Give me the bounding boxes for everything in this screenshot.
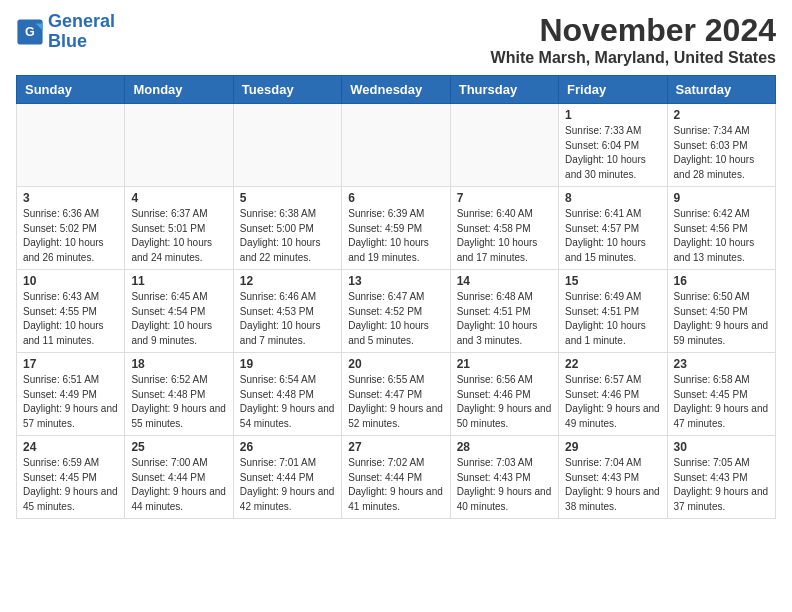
calendar-cell: 17Sunrise: 6:51 AM Sunset: 4:49 PM Dayli… [17,353,125,436]
day-number: 7 [457,191,552,205]
calendar-cell: 2Sunrise: 7:34 AM Sunset: 6:03 PM Daylig… [667,104,775,187]
calendar-wrapper: Sunday Monday Tuesday Wednesday Thursday… [0,75,792,527]
day-number: 16 [674,274,769,288]
day-info: Sunrise: 6:48 AM Sunset: 4:51 PM Dayligh… [457,290,552,348]
day-info: Sunrise: 6:54 AM Sunset: 4:48 PM Dayligh… [240,373,335,431]
calendar-cell: 26Sunrise: 7:01 AM Sunset: 4:44 PM Dayli… [233,436,341,519]
day-info: Sunrise: 6:38 AM Sunset: 5:00 PM Dayligh… [240,207,335,265]
day-number: 18 [131,357,226,371]
header: G General Blue November 2024 White Marsh… [0,0,792,75]
day-info: Sunrise: 6:56 AM Sunset: 4:46 PM Dayligh… [457,373,552,431]
day-info: Sunrise: 6:49 AM Sunset: 4:51 PM Dayligh… [565,290,660,348]
logo-line2: Blue [48,31,87,51]
day-info: Sunrise: 7:03 AM Sunset: 4:43 PM Dayligh… [457,456,552,514]
calendar-cell: 18Sunrise: 6:52 AM Sunset: 4:48 PM Dayli… [125,353,233,436]
day-info: Sunrise: 6:45 AM Sunset: 4:54 PM Dayligh… [131,290,226,348]
day-info: Sunrise: 7:02 AM Sunset: 4:44 PM Dayligh… [348,456,443,514]
day-info: Sunrise: 6:59 AM Sunset: 4:45 PM Dayligh… [23,456,118,514]
day-number: 24 [23,440,118,454]
day-number: 10 [23,274,118,288]
title-area: November 2024 White Marsh, Maryland, Uni… [491,12,776,67]
calendar-week-1: 1Sunrise: 7:33 AM Sunset: 6:04 PM Daylig… [17,104,776,187]
day-number: 19 [240,357,335,371]
calendar-cell: 16Sunrise: 6:50 AM Sunset: 4:50 PM Dayli… [667,270,775,353]
day-number: 3 [23,191,118,205]
calendar-cell: 27Sunrise: 7:02 AM Sunset: 4:44 PM Dayli… [342,436,450,519]
day-number: 1 [565,108,660,122]
location-title: White Marsh, Maryland, United States [491,49,776,67]
calendar-cell: 19Sunrise: 6:54 AM Sunset: 4:48 PM Dayli… [233,353,341,436]
day-number: 23 [674,357,769,371]
calendar-cell: 11Sunrise: 6:45 AM Sunset: 4:54 PM Dayli… [125,270,233,353]
day-info: Sunrise: 6:50 AM Sunset: 4:50 PM Dayligh… [674,290,769,348]
calendar-week-2: 3Sunrise: 6:36 AM Sunset: 5:02 PM Daylig… [17,187,776,270]
calendar-cell: 1Sunrise: 7:33 AM Sunset: 6:04 PM Daylig… [559,104,667,187]
calendar-week-4: 17Sunrise: 6:51 AM Sunset: 4:49 PM Dayli… [17,353,776,436]
calendar-cell: 15Sunrise: 6:49 AM Sunset: 4:51 PM Dayli… [559,270,667,353]
day-info: Sunrise: 6:40 AM Sunset: 4:58 PM Dayligh… [457,207,552,265]
calendar-cell: 25Sunrise: 7:00 AM Sunset: 4:44 PM Dayli… [125,436,233,519]
col-friday: Friday [559,76,667,104]
day-number: 22 [565,357,660,371]
calendar-cell: 4Sunrise: 6:37 AM Sunset: 5:01 PM Daylig… [125,187,233,270]
calendar-cell: 30Sunrise: 7:05 AM Sunset: 4:43 PM Dayli… [667,436,775,519]
day-info: Sunrise: 7:34 AM Sunset: 6:03 PM Dayligh… [674,124,769,182]
day-number: 13 [348,274,443,288]
day-number: 12 [240,274,335,288]
logo-icon: G [16,18,44,46]
calendar-cell [233,104,341,187]
day-number: 2 [674,108,769,122]
day-number: 28 [457,440,552,454]
day-info: Sunrise: 6:43 AM Sunset: 4:55 PM Dayligh… [23,290,118,348]
calendar-cell: 9Sunrise: 6:42 AM Sunset: 4:56 PM Daylig… [667,187,775,270]
calendar-cell: 21Sunrise: 6:56 AM Sunset: 4:46 PM Dayli… [450,353,558,436]
calendar-cell: 5Sunrise: 6:38 AM Sunset: 5:00 PM Daylig… [233,187,341,270]
col-wednesday: Wednesday [342,76,450,104]
calendar-week-5: 24Sunrise: 6:59 AM Sunset: 4:45 PM Dayli… [17,436,776,519]
day-number: 21 [457,357,552,371]
day-info: Sunrise: 6:42 AM Sunset: 4:56 PM Dayligh… [674,207,769,265]
logo: G General Blue [16,12,115,52]
logo-line1: General [48,11,115,31]
calendar-cell: 3Sunrise: 6:36 AM Sunset: 5:02 PM Daylig… [17,187,125,270]
calendar-cell: 14Sunrise: 6:48 AM Sunset: 4:51 PM Dayli… [450,270,558,353]
day-number: 8 [565,191,660,205]
day-info: Sunrise: 6:47 AM Sunset: 4:52 PM Dayligh… [348,290,443,348]
day-number: 11 [131,274,226,288]
day-number: 6 [348,191,443,205]
day-number: 26 [240,440,335,454]
day-number: 4 [131,191,226,205]
month-title: November 2024 [491,12,776,49]
day-info: Sunrise: 7:33 AM Sunset: 6:04 PM Dayligh… [565,124,660,182]
day-info: Sunrise: 6:39 AM Sunset: 4:59 PM Dayligh… [348,207,443,265]
calendar-cell [125,104,233,187]
day-info: Sunrise: 6:52 AM Sunset: 4:48 PM Dayligh… [131,373,226,431]
calendar-cell [450,104,558,187]
calendar-cell: 10Sunrise: 6:43 AM Sunset: 4:55 PM Dayli… [17,270,125,353]
day-info: Sunrise: 6:36 AM Sunset: 5:02 PM Dayligh… [23,207,118,265]
day-info: Sunrise: 6:37 AM Sunset: 5:01 PM Dayligh… [131,207,226,265]
calendar-cell: 6Sunrise: 6:39 AM Sunset: 4:59 PM Daylig… [342,187,450,270]
calendar-cell: 29Sunrise: 7:04 AM Sunset: 4:43 PM Dayli… [559,436,667,519]
day-number: 25 [131,440,226,454]
day-info: Sunrise: 6:55 AM Sunset: 4:47 PM Dayligh… [348,373,443,431]
day-number: 17 [23,357,118,371]
day-info: Sunrise: 7:04 AM Sunset: 4:43 PM Dayligh… [565,456,660,514]
day-info: Sunrise: 6:41 AM Sunset: 4:57 PM Dayligh… [565,207,660,265]
day-number: 9 [674,191,769,205]
col-monday: Monday [125,76,233,104]
col-sunday: Sunday [17,76,125,104]
logo-text: General Blue [48,12,115,52]
day-number: 15 [565,274,660,288]
day-info: Sunrise: 6:58 AM Sunset: 4:45 PM Dayligh… [674,373,769,431]
col-tuesday: Tuesday [233,76,341,104]
header-row: Sunday Monday Tuesday Wednesday Thursday… [17,76,776,104]
calendar-cell [342,104,450,187]
day-number: 14 [457,274,552,288]
calendar-cell: 28Sunrise: 7:03 AM Sunset: 4:43 PM Dayli… [450,436,558,519]
calendar-cell: 7Sunrise: 6:40 AM Sunset: 4:58 PM Daylig… [450,187,558,270]
day-number: 29 [565,440,660,454]
calendar-cell [17,104,125,187]
calendar-cell: 20Sunrise: 6:55 AM Sunset: 4:47 PM Dayli… [342,353,450,436]
calendar-cell: 8Sunrise: 6:41 AM Sunset: 4:57 PM Daylig… [559,187,667,270]
